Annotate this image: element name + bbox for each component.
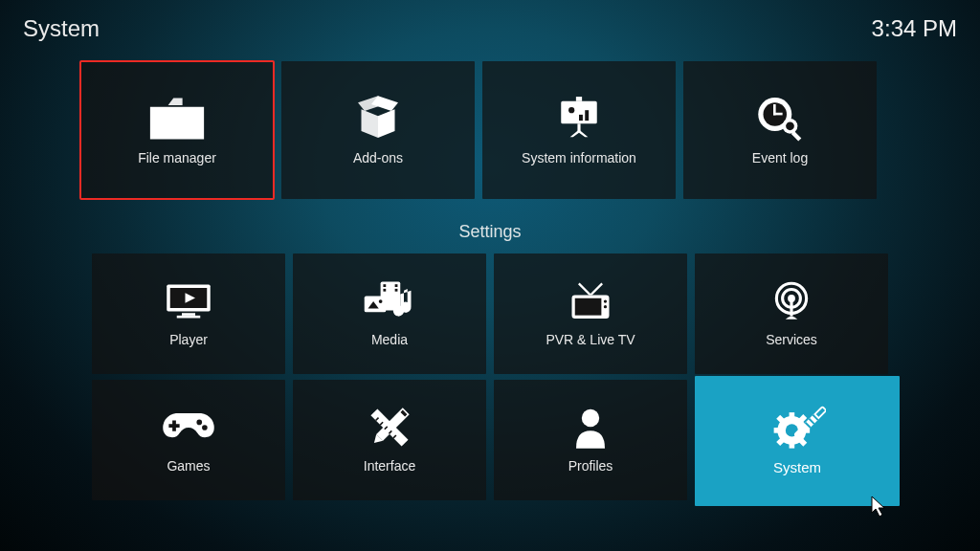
svg-rect-49 [790,441,795,449]
svg-rect-20 [383,289,386,292]
row-settings-2: Games [92,380,900,506]
svg-rect-21 [395,284,398,287]
svg-point-45 [582,409,599,427]
tile-profiles[interactable]: Profiles [494,380,687,500]
tile-games[interactable]: Games [92,380,285,500]
tile-label: Services [766,332,817,347]
tile-pvr-live-tv[interactable]: PVR & Live TV [494,253,687,374]
tv-antenna-icon [562,280,619,322]
broadcast-icon [763,280,820,322]
svg-rect-13 [791,131,802,142]
tile-label: PVR & Live TV [546,332,635,347]
tile-event-log[interactable]: Event log [683,61,877,199]
folder-icon [148,95,206,141]
tile-label: Interface [364,458,415,474]
media-collection-icon [361,280,418,322]
tile-label: Profiles [568,458,613,474]
svg-point-31 [788,295,795,302]
svg-point-36 [202,425,208,430]
gamepad-icon [160,407,217,449]
tile-label: Media [371,332,408,347]
svg-rect-4 [579,115,583,121]
svg-point-27 [604,299,607,302]
svg-rect-50 [774,428,782,433]
pencil-ruler-icon [361,407,418,449]
svg-rect-16 [182,313,195,316]
tile-label: Add-ons [353,150,403,165]
tile-label: System [773,459,821,475]
svg-rect-1 [576,97,582,101]
header: System 3:34 PM [23,15,957,42]
tile-system[interactable]: System [695,376,900,506]
row-settings-1: Player Media [92,253,888,374]
tile-label: System information [522,150,636,165]
person-icon [562,407,619,449]
svg-point-3 [568,107,574,113]
svg-rect-19 [383,284,386,287]
tile-label: File manager [138,150,216,165]
svg-rect-22 [395,289,398,292]
svg-rect-17 [177,316,201,319]
svg-rect-26 [575,298,602,316]
tile-file-manager[interactable]: File manager [80,61,274,199]
tile-player[interactable]: Player [92,253,285,374]
row-system-tools: File manager Add-ons [80,61,877,199]
section-label-settings: Settings [0,222,980,242]
tile-system-information[interactable]: System information [482,61,676,199]
tile-addons[interactable]: Add-ons [281,61,475,199]
monitor-play-icon [160,280,217,322]
tile-label: Games [167,458,210,474]
tile-label: Event log [752,150,808,165]
svg-rect-34 [168,424,179,428]
svg-point-12 [786,121,794,130]
tile-services[interactable]: Services [695,253,888,374]
svg-rect-10 [773,113,783,116]
gear-wrench-icon [768,408,826,450]
clock-magnify-icon [751,95,809,141]
tile-media[interactable]: Media [293,253,486,374]
svg-point-28 [604,305,607,308]
page-title: System [23,15,100,42]
svg-rect-48 [790,412,795,420]
tile-interface[interactable]: Interface [293,380,486,500]
svg-rect-5 [585,110,589,121]
svg-rect-32 [790,301,792,317]
tile-label: Player [169,332,208,347]
clock: 3:34 PM [872,15,957,42]
svg-point-24 [379,299,383,303]
svg-point-35 [196,420,202,426]
presentation-chart-icon [550,95,608,141]
open-box-icon [349,95,407,141]
